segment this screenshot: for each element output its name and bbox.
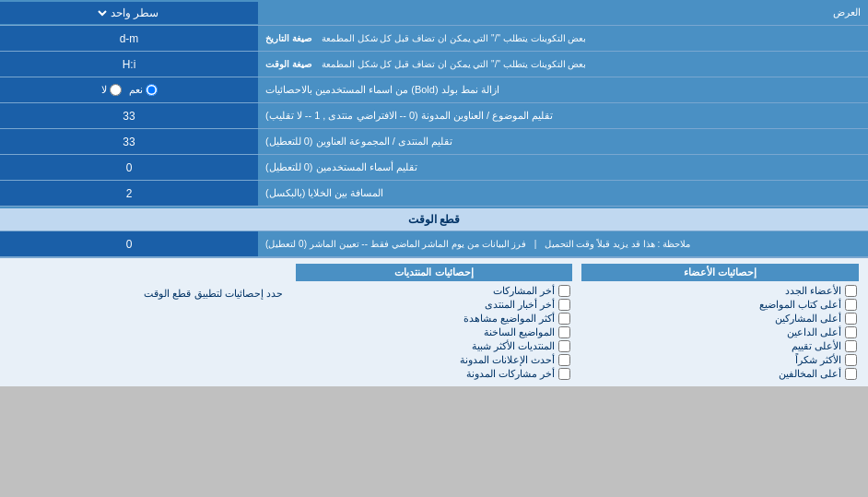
top-rated-checkbox[interactable] bbox=[845, 340, 857, 352]
latest-featured-checkbox[interactable] bbox=[558, 368, 570, 380]
top-rated-label: الأعلى تقييم bbox=[792, 340, 841, 352]
latest-posts-label: أخر المشاركات bbox=[493, 285, 555, 297]
latest-featured-label: أخر مشاركات المدونة bbox=[466, 368, 555, 380]
similar-forums-item: المنتديات الأكثر شبية bbox=[296, 339, 573, 353]
checkboxes-grid: إحصائيات الأعضاء الأعضاء الجدد أعلى كتاب… bbox=[9, 264, 859, 381]
bold-yes-radio[interactable] bbox=[146, 84, 158, 96]
bold-no-label[interactable]: لا bbox=[101, 84, 122, 96]
top-posters-item: أعلى كتاب المواضيع bbox=[581, 298, 859, 312]
recent-topics-checkbox[interactable] bbox=[558, 326, 570, 338]
topic-trim-label: تقليم الموضوع / العناوين المدونة (0 -- ا… bbox=[258, 103, 868, 128]
top-participants-item: أعلى المشاركين bbox=[581, 312, 859, 325]
bold-radio-group: نعم لا bbox=[101, 84, 158, 96]
latest-announcements-checkbox[interactable] bbox=[558, 354, 570, 366]
most-viewed-label: أكثر المواضيع مشاهدة bbox=[463, 313, 555, 325]
latest-posts-checkbox[interactable] bbox=[558, 285, 570, 297]
bold-remove-label: ازالة نمط بولد (Bold) من اسماء المستخدمي… bbox=[258, 77, 868, 102]
bold-no-radio[interactable] bbox=[110, 84, 122, 96]
similar-forums-label: المنتديات الأكثر شبية bbox=[472, 340, 555, 352]
display-label: العرض bbox=[258, 3, 868, 22]
forum-news-label: أخر أخبار المنتدى bbox=[485, 299, 555, 311]
forum-trim-control[interactable] bbox=[0, 129, 258, 154]
newest-members-item: الأعضاء الجدد bbox=[581, 284, 859, 298]
cutoff-days-label: ملاحظة : هذا قد يزيد قبلاً وقت التحميل |… bbox=[258, 231, 868, 256]
forum-stats-header: إحصائيات المنتديات bbox=[296, 264, 573, 281]
single-line-select[interactable]: سطر واحد سطران ثلاثة أسطر bbox=[96, 6, 163, 20]
bold-remove-row: ازالة نمط بولد (Bold) من اسماء المستخدمي… bbox=[0, 77, 868, 103]
top-thanks-label: أعلى الداعين bbox=[787, 326, 841, 338]
cutoff-days-input[interactable] bbox=[7, 238, 251, 251]
most-thanked-label: الأكثر شكراً bbox=[795, 354, 841, 366]
time-format-control[interactable] bbox=[0, 52, 258, 77]
single-line-control[interactable]: سطر واحد سطران ثلاثة أسطر bbox=[0, 2, 258, 24]
bold-remove-control: نعم لا bbox=[0, 77, 258, 102]
top-participants-checkbox[interactable] bbox=[845, 313, 857, 325]
apply-cutoff-label: حدد إحصائيات لتطبيق قطع الوقت bbox=[9, 284, 287, 303]
top-posters-checkbox[interactable] bbox=[845, 299, 857, 311]
similar-forums-checkbox[interactable] bbox=[558, 340, 570, 352]
cell-spacing-input[interactable] bbox=[7, 187, 251, 200]
date-format-row: بعض التكوينات يتطلب "/" التي يمكن ان تضا… bbox=[0, 26, 868, 52]
most-thanked-checkbox[interactable] bbox=[845, 354, 857, 366]
newest-members-checkbox[interactable] bbox=[845, 285, 857, 297]
most-thanked-item: الأكثر شكراً bbox=[581, 353, 859, 367]
forum-trim-input[interactable] bbox=[7, 136, 251, 148]
date-format-input[interactable] bbox=[7, 32, 251, 45]
top-header-row: العرض سطر واحد سطران ثلاثة أسطر bbox=[0, 0, 868, 26]
latest-featured-item: أخر مشاركات المدونة bbox=[296, 367, 573, 381]
top-moderators-checkbox[interactable] bbox=[845, 368, 857, 380]
time-format-label: بعض التكوينات يتطلب "/" التي يمكن ان تضا… bbox=[258, 52, 868, 77]
stats-members-header: إحصائيات الأعضاء bbox=[581, 264, 859, 281]
latest-announcements-label: أحدث الإعلانات المدونة bbox=[460, 354, 555, 366]
forum-trim-label: تقليم المنتدى / المجموعة العناوين (0 للت… bbox=[258, 129, 868, 154]
main-container: العرض سطر واحد سطران ثلاثة أسطر بعض التك… bbox=[0, 0, 868, 386]
forum-news-checkbox[interactable] bbox=[558, 299, 570, 311]
forum-stats-col: إحصائيات المنتديات أخر المشاركات أخر أخب… bbox=[296, 264, 573, 381]
stats-limit-col: إحصائيات الأعضاء الأعضاء الجدد أعلى كتاب… bbox=[581, 264, 859, 381]
cutoff-days-row: ملاحظة : هذا قد يزيد قبلاً وقت التحميل |… bbox=[0, 231, 868, 257]
topic-trim-input[interactable] bbox=[7, 110, 251, 123]
time-format-row: بعض التكوينات يتطلب "/" التي يمكن ان تضا… bbox=[0, 52, 868, 77]
most-viewed-item: أكثر المواضيع مشاهدة bbox=[296, 312, 573, 325]
topic-trim-row: تقليم الموضوع / العناوين المدونة (0 -- ا… bbox=[0, 103, 868, 129]
username-trim-input[interactable] bbox=[7, 161, 251, 174]
username-trim-label: تقليم أسماء المستخدمين (0 للتعطيل) bbox=[258, 155, 868, 180]
latest-announcements-item: أحدث الإعلانات المدونة bbox=[296, 353, 573, 367]
recent-topics-item: المواضيع الساخنة bbox=[296, 325, 573, 339]
top-posters-label: أعلى كتاب المواضيع bbox=[759, 299, 841, 311]
cell-spacing-label: المسافة بين الخلايا (بالبكسل) bbox=[258, 181, 868, 206]
top-thanks-checkbox[interactable] bbox=[845, 326, 857, 338]
stats-checkboxes-section: إحصائيات الأعضاء الأعضاء الجدد أعلى كتاب… bbox=[0, 257, 868, 386]
top-participants-label: أعلى المشاركين bbox=[775, 313, 841, 325]
latest-posts-item: أخر المشاركات bbox=[296, 284, 573, 298]
time-format-input[interactable] bbox=[7, 58, 251, 71]
cutoff-section-header: قطع الوقت bbox=[0, 207, 868, 231]
forum-news-item: أخر أخبار المنتدى bbox=[296, 298, 573, 312]
most-viewed-checkbox[interactable] bbox=[558, 313, 570, 325]
recent-topics-label: المواضيع الساخنة bbox=[484, 326, 555, 338]
cell-spacing-row: المسافة بين الخلايا (بالبكسل) bbox=[0, 181, 868, 207]
bold-yes-label[interactable]: نعم bbox=[129, 84, 158, 96]
apply-label-col: حدد إحصائيات لتطبيق قطع الوقت bbox=[9, 264, 287, 381]
cutoff-days-control[interactable] bbox=[0, 231, 258, 256]
date-format-label: بعض التكوينات يتطلب "/" التي يمكن ان تضا… bbox=[258, 26, 868, 51]
newest-members-label: الأعضاء الجدد bbox=[785, 285, 841, 297]
top-moderators-label: أعلى المخالفين bbox=[779, 368, 841, 380]
date-format-control[interactable] bbox=[0, 26, 258, 51]
top-moderators-item: أعلى المخالفين bbox=[581, 367, 859, 381]
top-rated-item: الأعلى تقييم bbox=[581, 339, 859, 353]
cell-spacing-control[interactable] bbox=[0, 181, 258, 206]
username-trim-row: تقليم أسماء المستخدمين (0 للتعطيل) bbox=[0, 155, 868, 181]
top-thanks-item: أعلى الداعين bbox=[581, 325, 859, 339]
forum-trim-row: تقليم المنتدى / المجموعة العناوين (0 للت… bbox=[0, 129, 868, 155]
username-trim-control[interactable] bbox=[0, 155, 258, 180]
topic-trim-control[interactable] bbox=[0, 103, 258, 128]
